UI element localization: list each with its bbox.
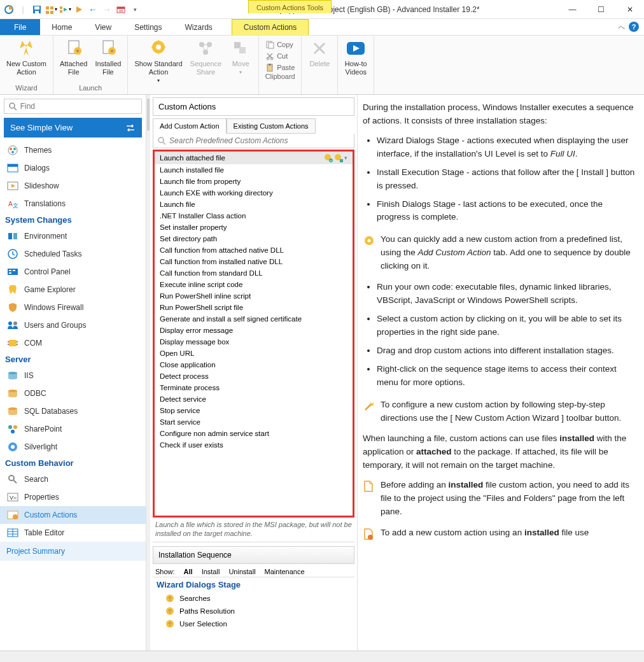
tab-custom-actions[interactable]: Custom Actions — [232, 19, 309, 35]
action-item[interactable]: Detect process — [155, 370, 353, 382]
save-icon[interactable] — [31, 3, 43, 16]
nav-users-groups[interactable]: Users and Groups — [0, 316, 146, 334]
copy-button[interactable]: Copy — [263, 39, 297, 50]
stage-header[interactable]: Wizard Dialogs Stage — [153, 577, 354, 592]
find-box[interactable] — [4, 99, 142, 114]
installed-file-button[interactable]: Installed File — [92, 37, 123, 78]
find-input[interactable] — [20, 102, 137, 111]
nav-iis[interactable]: IIS — [0, 367, 146, 384]
nav-custom-actions[interactable]: Custom Actions — [0, 506, 146, 524]
filter-maintenance[interactable]: Maintenance — [265, 568, 305, 575]
action-item[interactable]: Run PowerShell script file — [155, 302, 353, 313]
action-item[interactable]: Configure non admin service start — [155, 428, 353, 439]
howto-videos-button[interactable]: How-to Videos — [342, 37, 370, 78]
maximize-button[interactable]: ☐ — [587, 0, 615, 19]
tab-existing-custom-actions[interactable]: Existing Custom Actions — [227, 118, 316, 134]
new-custom-action-button[interactable]: New Custom Action — [4, 37, 49, 78]
action-item[interactable]: Set directory path — [155, 233, 353, 244]
search-actions-box[interactable] — [153, 134, 354, 148]
gear-seq-icon[interactable] — [334, 153, 343, 162]
play-icon[interactable] — [73, 3, 85, 16]
simple-view-button[interactable]: See Simple View — [4, 118, 142, 137]
action-item[interactable]: Launch installed file — [155, 164, 353, 176]
nav-game-explorer[interactable]: Game Explorer — [0, 281, 146, 299]
gear-add-icon[interactable]: + — [324, 153, 333, 162]
action-item[interactable]: Generate and install a self signed certi… — [155, 313, 353, 325]
nav-dialogs[interactable]: Dialogs — [0, 159, 146, 177]
ribbon-tabs: File Home View Settings Wizards Custom A… — [0, 19, 644, 36]
nav-translations[interactable]: A文Translations — [0, 195, 146, 213]
tab-add-custom-action[interactable]: Add Custom Action — [153, 118, 227, 134]
nav-silverlight[interactable]: Silverlight — [0, 438, 146, 456]
collapse-ribbon-icon[interactable]: へ — [619, 23, 625, 32]
nav-control-panel[interactable]: Control Panel — [0, 263, 146, 281]
nav-com[interactable]: COM — [0, 334, 146, 352]
stage-item[interactable]: Searches — [153, 592, 354, 605]
action-item[interactable]: Call function from installed native DLL — [155, 256, 353, 267]
build-icon[interactable]: ▾ — [45, 3, 57, 16]
action-item[interactable]: Display error message — [155, 325, 353, 336]
action-item[interactable]: Terminate process — [155, 382, 353, 393]
nav-themes[interactable]: Themes — [0, 141, 146, 159]
nav-sharepoint[interactable]: SharePoint — [0, 420, 146, 438]
svg-point-38 — [11, 151, 14, 153]
app-icon[interactable] — [3, 3, 15, 16]
action-list[interactable]: Launch attached file+▾Launch installed f… — [155, 151, 353, 516]
action-item[interactable]: Launch file from property — [155, 176, 353, 187]
updates-icon[interactable]: 99 — [115, 3, 127, 16]
nav-odbc[interactable]: ODBC — [0, 384, 146, 402]
nav-properties[interactable]: V=Properties — [0, 488, 146, 506]
nav-search[interactable]: Search — [0, 470, 146, 488]
nav-environment[interactable]: Environment — [0, 227, 146, 245]
close-button[interactable]: ✕ — [615, 0, 644, 19]
cut-button[interactable]: Cut — [263, 51, 297, 61]
action-item[interactable]: Run PowerShell inline script — [155, 290, 353, 302]
action-item[interactable]: Call function from standard DLL — [155, 267, 353, 279]
nav-scheduled-tasks[interactable]: Scheduled Tasks — [0, 245, 146, 263]
show-standard-action-button[interactable]: Show Standard Action▾ — [132, 37, 185, 86]
nav-slideshow[interactable]: Slideshow — [0, 177, 146, 195]
help-panel: During the installation process, Windows… — [358, 95, 644, 651]
action-item[interactable]: Check if user exists — [155, 439, 353, 451]
nav-table-editor[interactable]: Table Editor — [0, 524, 146, 542]
middle-panel: Custom Actions Add Custom Action Existin… — [150, 95, 358, 651]
back-icon[interactable]: ← — [87, 3, 99, 16]
action-item[interactable]: Launch EXE with working directory — [155, 187, 353, 199]
action-item[interactable]: Stop service — [155, 405, 353, 416]
search-actions-input[interactable] — [169, 136, 350, 145]
stage-item[interactable]: Paths Resolution — [153, 605, 354, 617]
paste-button[interactable]: Paste — [263, 62, 297, 73]
action-item[interactable]: Display message box — [155, 336, 353, 348]
action-item[interactable]: .NET Installer Class action — [155, 210, 353, 222]
tab-home[interactable]: Home — [40, 19, 83, 35]
action-item[interactable]: Launch attached file+▾ — [155, 151, 353, 164]
action-item[interactable]: Open URL — [155, 348, 353, 359]
help-icon[interactable]: ? — [629, 22, 639, 32]
svg-rect-6 — [46, 11, 49, 14]
action-item[interactable]: Set installer property — [155, 222, 353, 233]
action-item[interactable]: Launch file — [155, 199, 353, 210]
svg-point-37 — [13, 148, 16, 150]
action-item[interactable]: Execute inline script code — [155, 279, 353, 290]
filter-uninstall[interactable]: Uninstall — [228, 568, 255, 575]
action-item[interactable]: Start service — [155, 416, 353, 428]
filter-install[interactable]: Install — [202, 568, 220, 575]
tab-settings[interactable]: Settings — [123, 19, 173, 35]
action-item[interactable]: Detect service — [155, 393, 353, 405]
forward-icon[interactable]: → — [101, 3, 113, 16]
context-tab-label: Custom Actions Tools — [248, 0, 332, 13]
filter-all[interactable]: All — [184, 568, 193, 575]
action-item[interactable]: Close application — [155, 359, 353, 370]
attached-file-button[interactable]: Attached File — [57, 37, 90, 78]
minimize-button[interactable]: — — [558, 0, 587, 19]
nav-windows-firewall[interactable]: Windows Firewall — [0, 299, 146, 316]
nav-project-summary[interactable]: Project Summary — [0, 542, 146, 561]
nav-sql[interactable]: SQL Databases — [0, 402, 146, 420]
tab-wizards[interactable]: Wizards — [174, 19, 224, 35]
action-item[interactable]: Call function from attached native DLL — [155, 244, 353, 256]
tab-file[interactable]: File — [0, 19, 40, 35]
stage-item[interactable]: User Selection — [153, 617, 354, 630]
run-icon[interactable]: ▾ — [59, 3, 71, 16]
qat-customize-icon[interactable]: ▾ — [129, 3, 141, 16]
tab-view[interactable]: View — [83, 19, 123, 35]
